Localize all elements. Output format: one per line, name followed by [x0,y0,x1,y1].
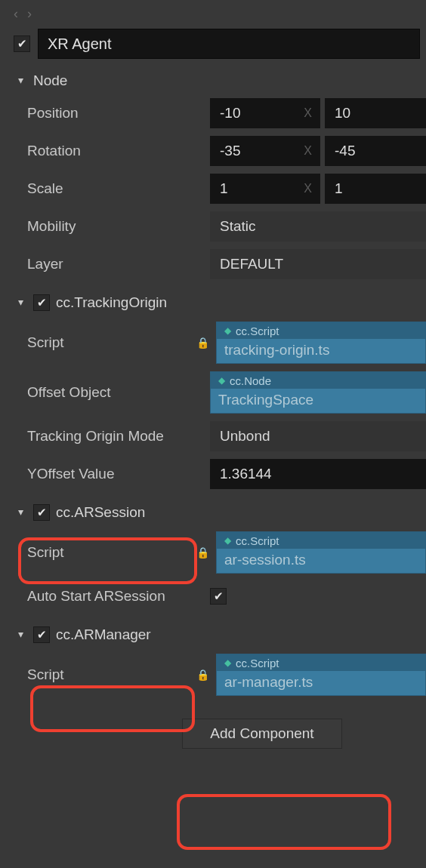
component-enabled-checkbox[interactable] [33,294,50,311]
row-scale: Scale 1 X 1 [8,174,426,204]
component-header-trackingorigin[interactable]: cc.TrackingOrigin [8,287,426,319]
history-nav: ‹ › [8,6,426,24]
scale-y-value: 1 [335,180,343,197]
lock-icon: 🔒 [196,669,209,681]
label-offset-object: Offset Object [27,384,204,401]
offset-object-field[interactable]: ◆cc.Node TrackingSpace [210,371,426,414]
diamond-icon: ◆ [224,535,231,546]
scale-y-input[interactable]: 1 [325,174,426,204]
trackingorigin-properties: Script 🔒 ◆cc.Script tracking-origin.ts O… [8,319,426,497]
lock-icon: 🔒 [196,337,209,349]
chevron-down-icon [14,74,27,86]
armanager-properties: Script 🔒 ◆cc.Script ar-manager.ts [8,651,426,703]
label-position: Position [27,105,204,122]
component-enabled-checkbox[interactable] [33,504,50,521]
script-asset-field[interactable]: ◆cc.Script tracking-origin.ts [216,322,426,364]
script-asset-field[interactable]: ◆cc.Script ar-session.ts [216,531,426,574]
section-title: Node [33,72,67,89]
asset-value: ar-manager.ts [217,671,425,695]
diamond-icon: ◆ [224,325,231,336]
diamond-icon: ◆ [224,657,231,668]
asset-value: ar-session.ts [217,549,425,573]
row-to-script: Script 🔒 ◆cc.Script tracking-origin.ts [8,322,426,364]
row-mobility: Mobility Static [8,211,426,242]
lock-icon: 🔒 [196,546,209,559]
inspector-panel: ‹ › Node Position -10 X 10 Rotation [8,6,426,749]
row-ars-autostart: Auto Start ARSession [8,581,426,611]
rotation-x-input[interactable]: -35 X [210,136,320,166]
nav-back-icon[interactable]: ‹ [14,7,18,20]
rotation-y-input[interactable]: -45 [325,136,426,166]
position-y-value: 10 [335,105,350,122]
label-script: Script [27,544,189,561]
entity-name-input[interactable] [38,29,420,59]
tracking-origin-mode-select[interactable]: Unbond [210,421,426,451]
add-component-wrap: Add Component [8,703,426,749]
asset-type: cc.Script [236,657,279,669]
row-to-yoffset: YOffset Value 1.36144 [8,459,426,489]
chevron-down-icon [14,506,27,518]
row-to-offsetobject: Offset Object ◆cc.Node TrackingSpace [8,371,426,414]
label-scale: Scale [27,180,204,197]
diamond-icon: ◆ [218,375,225,386]
label-rotation: Rotation [27,143,204,159]
annotation-highlight-addcomponent [177,794,391,850]
layer-select[interactable]: DEFAULT [210,249,426,279]
chevron-down-icon [14,296,27,308]
label-yoffset: YOffset Value [27,466,204,482]
row-ars-script: Script 🔒 ◆cc.Script ar-session.ts [8,531,426,574]
row-layer: Layer DEFAULT [8,249,426,279]
component-enabled-checkbox[interactable] [33,626,50,643]
row-position: Position -10 X 10 [8,98,426,128]
component-title: cc.TrackingOrigin [56,294,167,311]
scale-x-value: 1 [220,180,228,197]
axis-x-label: X [304,144,312,158]
script-asset-field[interactable]: ◆cc.Script ar-manager.ts [216,654,426,696]
entity-header [8,24,426,66]
asset-type: cc.Script [236,325,279,337]
section-header-node[interactable]: Node [8,66,426,95]
axis-x-label: X [304,106,312,120]
row-to-mode: Tracking Origin Mode Unbond [8,421,426,451]
label-layer: Layer [27,256,204,272]
asset-type: cc.Node [230,374,271,387]
entity-enabled-checkbox[interactable] [14,35,30,52]
position-x-input[interactable]: -10 X [210,98,320,128]
scale-x-input[interactable]: 1 X [210,174,320,204]
add-component-button[interactable]: Add Component [182,719,342,749]
position-x-value: -10 [220,105,240,122]
rotation-y-value: -45 [335,143,355,159]
asset-type: cc.Script [236,534,279,547]
arsession-properties: Script 🔒 ◆cc.Script ar-session.ts Auto S… [8,528,426,619]
axis-x-label: X [304,182,312,195]
row-arm-script: Script 🔒 ◆cc.Script ar-manager.ts [8,654,426,696]
label-tracking-origin-mode: Tracking Origin Mode [27,428,204,445]
mobility-select[interactable]: Static [210,211,426,242]
position-y-input[interactable]: 10 [325,98,426,128]
row-rotation: Rotation -35 X -45 [8,136,426,166]
label-mobility: Mobility [27,218,204,235]
node-properties: Position -10 X 10 Rotation -35 X -45 [8,95,426,287]
autostart-checkbox[interactable] [210,588,227,605]
component-header-armanager[interactable]: cc.ARManager [8,619,426,651]
label-script: Script [27,334,189,351]
nav-forward-icon[interactable]: › [27,7,32,20]
yoffset-input[interactable]: 1.36144 [210,459,426,489]
chevron-down-icon [14,628,27,640]
asset-value: TrackingSpace [211,389,425,413]
label-script: Script [27,666,189,683]
label-autostart: Auto Start ARSession [27,588,204,605]
asset-value: tracking-origin.ts [217,339,425,363]
component-header-arsession[interactable]: cc.ARSession [8,497,426,528]
component-title: cc.ARManager [56,626,151,643]
rotation-x-value: -35 [220,143,240,159]
component-title: cc.ARSession [56,504,145,521]
